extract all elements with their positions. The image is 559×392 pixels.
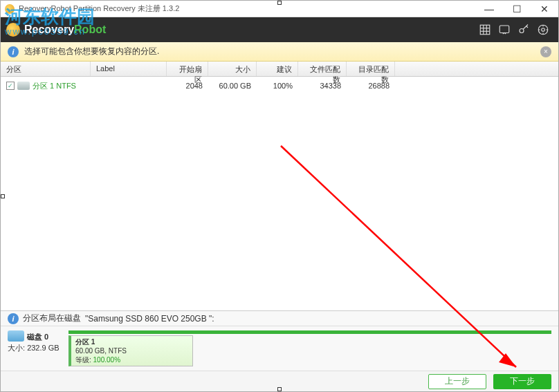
part-info: 60.00 GB, NTFS — [75, 346, 188, 355]
disk-layout-panel: i 分区布局在磁盘 "Samsung SSD 860 EVO 250GB ": … — [1, 310, 558, 371]
row-checkbox[interactable]: ✓ — [6, 82, 15, 90]
disk-big-icon — [8, 330, 24, 342]
cell-start: 2048 — [167, 82, 208, 90]
info-icon: i — [8, 313, 19, 324]
info-bar: i 选择可能包含你想要恢复内容的分区. × — [1, 42, 558, 62]
disk-label: 磁盘 0 — [27, 332, 48, 342]
maximize-button[interactable]: ☐ — [503, 1, 531, 17]
grid-icon[interactable] — [475, 20, 495, 39]
key-icon[interactable] — [514, 20, 533, 39]
resize-handle-left[interactable] — [1, 194, 5, 198]
grid-body: ✓ 分区 1 NTFS 2048 60.00 GB 100% 34338 268… — [1, 77, 558, 302]
info-text: 选择可能包含你想要恢复内容的分区. — [24, 46, 535, 57]
disk-size: 232.9 GB — [27, 344, 59, 352]
disk-bar[interactable] — [68, 330, 551, 334]
toolbar: RecoveryRobot — [1, 17, 558, 42]
app-icon — [5, 4, 15, 14]
logo-icon — [6, 23, 20, 37]
col-size[interactable]: 大小 — [208, 62, 257, 76]
prev-button[interactable]: 上一步 — [428, 374, 486, 389]
info-close-icon[interactable]: × — [540, 46, 551, 57]
logo-text-robot: Robot — [74, 24, 106, 35]
cell-suggest: 100% — [257, 82, 298, 90]
partition-link[interactable]: 分区 1 NTFS — [33, 81, 76, 91]
part-rate-val: 100.00% — [93, 356, 120, 364]
logo: RecoveryRobot — [6, 23, 475, 37]
cell-files: 34338 — [298, 82, 347, 90]
col-dirs[interactable]: 目录匹配数 — [347, 62, 395, 76]
layout-prefix: 分区布局在磁盘 — [23, 312, 81, 324]
logo-text-recovery: Recovery — [24, 24, 74, 35]
svg-point-6 — [520, 29, 524, 33]
size-label: 大小: — [8, 344, 25, 352]
part-title: 分区 1 — [75, 337, 188, 346]
next-button[interactable]: 下一步 — [493, 374, 551, 389]
info-icon: i — [8, 46, 19, 57]
window-title: RecoveryRobot Partition Recovery 未注册 1.3… — [19, 3, 475, 14]
grid-header: 分区 Label 开始扇区 大小 建议 文件匹配数 目录匹配数 — [1, 62, 558, 77]
partition-box[interactable]: 分区 1 60.00 GB, NTFS 等级: 100.00% — [68, 335, 193, 366]
disk-summary: 磁盘 0 大小: 232.9 GB — [8, 330, 62, 366]
col-suggest[interactable]: 建议 — [257, 62, 298, 76]
minimize-button[interactable]: — — [475, 1, 503, 17]
part-rate-label: 等级: — [75, 356, 91, 364]
feedback-icon[interactable] — [495, 20, 514, 39]
resize-handle-top[interactable] — [277, 1, 282, 5]
col-label[interactable]: Label — [91, 62, 167, 76]
svg-rect-0 — [480, 25, 490, 35]
col-start[interactable]: 开始扇区 — [167, 62, 208, 76]
disk-icon — [17, 82, 30, 90]
disk-model: "Samsung SSD 860 EVO 250GB ": — [85, 314, 214, 324]
settings-icon[interactable] — [533, 20, 553, 39]
col-partition[interactable]: 分区 — [1, 62, 91, 76]
svg-rect-5 — [500, 26, 509, 33]
cell-size: 60.00 GB — [208, 82, 257, 90]
svg-point-10 — [542, 28, 545, 32]
close-button[interactable]: ✕ — [531, 1, 558, 17]
col-files[interactable]: 文件匹配数 — [298, 62, 347, 76]
svg-line-8 — [526, 26, 528, 28]
cell-dirs: 26888 — [347, 82, 395, 90]
disk-map: 分区 1 60.00 GB, NTFS 等级: 100.00% — [68, 330, 551, 366]
resize-handle-bottom[interactable] — [277, 387, 282, 391]
table-row[interactable]: ✓ 分区 1 NTFS 2048 60.00 GB 100% 34338 268… — [1, 77, 558, 95]
